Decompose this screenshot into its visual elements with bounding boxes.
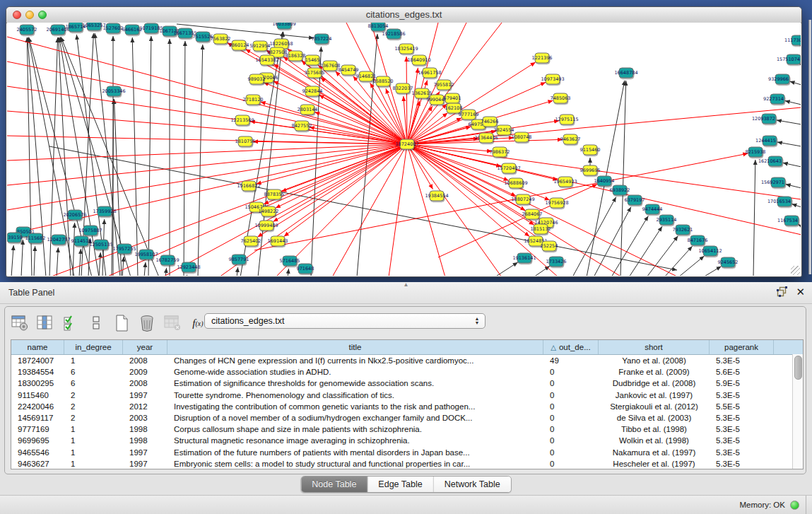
close-panel-icon[interactable]: ✕ (796, 286, 805, 297)
cell-year[interactable]: 1998 (123, 436, 167, 445)
column-header-name[interactable]: name (11, 340, 64, 354)
graph-node[interactable]: 12975115 (555, 115, 578, 124)
graph-edge[interactable] (132, 37, 138, 276)
graph-node[interactable]: 1167534 (777, 216, 799, 226)
graph-node[interactable]: 1733426 (546, 257, 567, 267)
graph-node[interactable]: 19166822 (237, 181, 260, 191)
graph-node[interactable]: 7485063 (551, 93, 571, 103)
graph-edge[interactable] (792, 204, 801, 207)
cell-pagerank[interactable]: 5.3E-5 (710, 448, 774, 457)
cell-out_degree[interactable]: 0 (543, 379, 599, 387)
select-columns-icon[interactable] (36, 314, 54, 332)
graph-node[interactable]: 7857224 (312, 34, 332, 44)
graph-edge[interactable] (594, 207, 631, 276)
column-header-in_degree[interactable]: in_degree (64, 340, 123, 354)
graph-node[interactable]: 252254 (541, 241, 558, 251)
cell-out_degree[interactable]: 0 (543, 460, 599, 468)
graph-edge[interactable] (332, 144, 407, 276)
table-row[interactable]: 1872400712008Changes of HCN gene express… (11, 355, 803, 366)
graph-edge[interactable] (786, 185, 801, 188)
table-row[interactable]: 946554611997Estimation of the future num… (11, 447, 803, 458)
graph-node[interactable]: 1588520 (373, 76, 394, 86)
graph-edge[interactable] (407, 144, 502, 276)
trash-icon[interactable] (138, 314, 156, 332)
graph-edge[interactable] (187, 275, 187, 276)
graph-node[interactable]: 19384554 (425, 191, 448, 201)
graph-edge[interactable] (629, 226, 662, 276)
cell-title[interactable]: Genome-wide association studies in ADHD. (167, 368, 543, 376)
cell-in_degree[interactable]: 1 (64, 436, 123, 445)
table-selector-dropdown[interactable]: citations_edges.txt ▲▼ (204, 313, 486, 329)
graph-node[interactable]: 9474444 (642, 204, 663, 214)
graph-node[interactable]: 19654923 (553, 177, 577, 187)
graph-edge[interactable] (281, 144, 407, 192)
graph-edge[interactable] (611, 216, 648, 276)
table-row[interactable]: 946362711997Embryonic stem cells: a mode… (11, 458, 803, 469)
column-header-title[interactable]: title (167, 340, 543, 354)
cell-name[interactable]: 19384554 (11, 368, 64, 376)
graph-node[interactable]: 39159 (7, 233, 23, 243)
graph-node[interactable]: 12505135 (89, 240, 112, 250)
cell-name[interactable]: 9115460 (11, 391, 64, 399)
network-graph[interactable]: 1872400775638229860124591295418226058982… (7, 23, 801, 276)
cell-title[interactable]: Investigating the contribution of common… (167, 402, 543, 411)
cell-short[interactable]: Stergiakouli et al. (2012) (599, 402, 710, 411)
cell-short[interactable]: Dudbridge et al. (2008) (599, 379, 710, 387)
cell-in_degree[interactable]: 6 (64, 379, 123, 387)
graph-node[interactable]: 16033809 (272, 23, 295, 29)
cell-title[interactable]: Estimation of significance thresholds fo… (167, 379, 543, 387)
graph-edge[interactable] (407, 144, 801, 235)
graph-edge[interactable] (122, 257, 124, 276)
network-canvas[interactable]: 1872400775638229860124591295418226058982… (7, 23, 801, 276)
cell-short[interactable]: Jankovic et al. (1997) (599, 391, 710, 399)
graph-node[interactable]: 8215938 (746, 147, 766, 157)
graph-edge[interactable] (99, 252, 100, 276)
new-document-icon[interactable] (112, 314, 131, 332)
graph-node[interactable]: 1115682 (25, 233, 46, 243)
cell-in_degree[interactable]: 6 (64, 368, 123, 376)
cell-title[interactable]: Estimation of the future numbers of pati… (167, 448, 543, 457)
column-header-short[interactable]: short (599, 340, 710, 354)
tab-node-table[interactable]: Node Table (301, 477, 367, 492)
graph-edge[interactable] (783, 163, 801, 167)
graph-node[interactable]: 9860124 (229, 40, 249, 50)
graph-node[interactable]: 12093872 (752, 114, 776, 124)
graph-node[interactable]: 1221396 (532, 53, 553, 63)
graph-node[interactable]: 20053346 (102, 86, 125, 96)
graph-node[interactable]: 2935114 (657, 215, 677, 225)
graph-node[interactable]: 6938922 (610, 185, 630, 195)
cell-out_degree[interactable]: 0 (543, 391, 599, 399)
graph-edge[interactable] (144, 262, 146, 276)
tab-edge-table[interactable]: Edge Table (367, 477, 433, 492)
table-row[interactable]: 969969511998Structural magnetic resonanc… (11, 435, 803, 446)
graph-node[interactable]: 8186328 (286, 51, 306, 61)
graph-node[interactable]: 989032 (248, 74, 266, 84)
checklist-icon[interactable] (61, 314, 80, 332)
graph-node[interactable]: 19958107 (134, 250, 158, 259)
graph-edge[interactable] (389, 144, 407, 276)
graph-edge[interactable] (753, 160, 755, 276)
table-row[interactable]: 1938455462009Genome-wide association stu… (11, 366, 803, 378)
table-settings-icon[interactable] (11, 314, 29, 332)
cell-out_degree[interactable]: 0 (543, 402, 599, 411)
graph-node[interactable]: 8813054 (368, 23, 389, 31)
cell-pagerank[interactable]: 5.3E-5 (710, 414, 774, 422)
graph-edge[interactable] (257, 144, 407, 184)
cell-in_degree[interactable]: 1 (64, 425, 123, 433)
graph-edge[interactable] (407, 144, 801, 199)
graph-edge[interactable] (799, 224, 801, 226)
graph-node[interactable]: 7625402 (241, 236, 261, 246)
table-scrollbar-thumb[interactable] (794, 356, 802, 380)
tab-network-table[interactable]: Network Table (434, 477, 511, 492)
graph-edge[interactable] (572, 197, 616, 276)
graph-edge[interactable] (34, 246, 35, 276)
cell-pagerank[interactable]: 5.9E-5 (710, 379, 774, 387)
graph-node[interactable]: 8322037 (393, 83, 413, 93)
merge-rows-icon[interactable] (87, 314, 105, 332)
cell-out_degree[interactable]: 0 (543, 425, 599, 433)
cell-in_degree[interactable]: 2 (64, 391, 123, 399)
cell-name[interactable]: 9465546 (11, 448, 64, 457)
cell-pagerank[interactable]: 5.5E-5 (710, 402, 774, 411)
graph-edge[interactable] (11, 245, 13, 276)
graph-node[interactable]: 10654112 (698, 246, 722, 256)
